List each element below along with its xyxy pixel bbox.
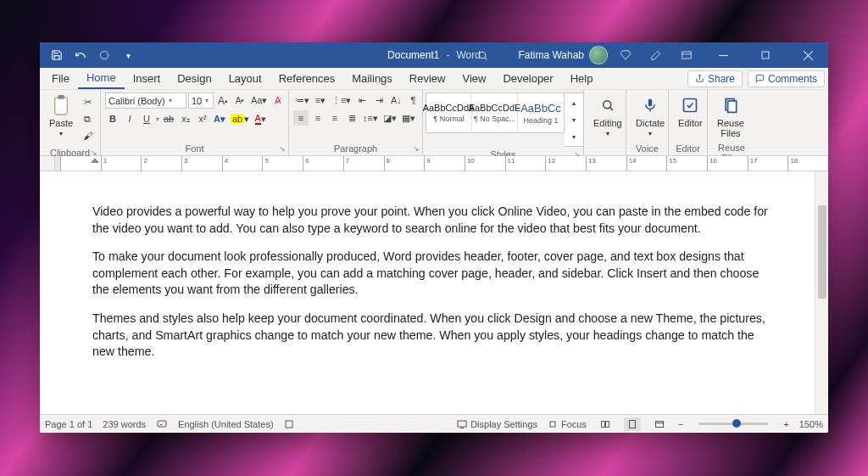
zoom-level[interactable]: 150%	[799, 419, 823, 429]
underline-button[interactable]: U	[139, 111, 154, 126]
maximize-button[interactable]	[747, 42, 784, 68]
decrease-indent-icon[interactable]: ⇤	[354, 92, 370, 108]
tab-references[interactable]: References	[270, 69, 343, 88]
subscript-button[interactable]: x₂	[178, 111, 193, 126]
style-normal[interactable]: AaBbCcDdE¶ Normal	[426, 93, 472, 132]
document-body[interactable]: Video provides a powerful way to help yo…	[40, 171, 828, 361]
strike-button[interactable]: ab	[161, 111, 176, 126]
search-icon[interactable]	[474, 46, 492, 64]
change-case-icon[interactable]: Aa▾	[249, 93, 269, 109]
paragraph[interactable]: Themes and styles also help keep your do…	[92, 311, 776, 361]
scrollbar-thumb[interactable]	[818, 205, 826, 299]
tab-home[interactable]: Home	[78, 68, 125, 89]
close-button[interactable]	[789, 42, 826, 68]
dialog-launcher-icon[interactable]: ↘	[413, 144, 420, 153]
paste-button[interactable]: Paste ▾	[44, 92, 78, 139]
styles-up-icon[interactable]: ▴	[566, 95, 581, 110]
zoom-in-button[interactable]: +	[783, 419, 788, 429]
shrink-font-icon[interactable]: A▾	[232, 93, 248, 109]
grow-font-icon[interactable]: A▴	[215, 93, 231, 109]
text-effects-icon[interactable]: A▾	[212, 111, 227, 126]
horizontal-ruler[interactable]: 123456789101112131415161718	[40, 156, 828, 171]
font-name-select[interactable]: Calibri (Body)▾	[105, 92, 186, 109]
group-label-editor: Editor	[669, 143, 707, 155]
read-mode-icon[interactable]	[597, 417, 614, 431]
spellcheck-icon[interactable]	[156, 419, 168, 429]
format-painter-icon[interactable]: 🖌	[80, 128, 95, 143]
dictate-button[interactable]: Dictate▾	[631, 92, 670, 139]
qat-customize-icon[interactable]: ▾	[118, 45, 138, 65]
display-settings-button[interactable]: Display Settings	[457, 419, 537, 429]
shading-icon[interactable]: ◪▾	[381, 110, 398, 126]
tab-layout[interactable]: Layout	[220, 69, 270, 88]
increase-indent-icon[interactable]: ⇥	[371, 92, 387, 108]
focus-button[interactable]: Focus	[548, 419, 587, 429]
copy-icon[interactable]: ⧉	[80, 111, 95, 126]
group-label-voice: Voice	[626, 143, 668, 155]
paragraph[interactable]: Video provides a powerful way to help yo…	[92, 204, 776, 237]
tab-design[interactable]: Design	[169, 69, 220, 88]
line-spacing-icon[interactable]: ↕≡▾	[361, 110, 380, 126]
style-nospacing[interactable]: AaBbCcDdE¶ No Spac...	[472, 93, 518, 132]
word-count[interactable]: 239 words	[103, 419, 146, 429]
group-editor: Editor Editor	[669, 90, 708, 155]
show-marks-icon[interactable]: ¶	[405, 92, 420, 108]
tab-review[interactable]: Review	[401, 69, 454, 88]
dialog-launcher-icon[interactable]: ↘	[279, 144, 286, 153]
superscript-button[interactable]: x²	[195, 111, 210, 126]
tab-view[interactable]: View	[453, 69, 494, 88]
paragraph[interactable]: To make your document look professionall…	[92, 249, 776, 299]
zoom-out-button[interactable]: −	[678, 419, 683, 429]
reuse-files-button[interactable]: Reuse Files	[712, 92, 749, 140]
italic-button[interactable]: I	[122, 111, 137, 126]
sort-icon[interactable]: A↓	[388, 92, 403, 108]
align-center-icon[interactable]: ≡	[310, 110, 326, 126]
borders-icon[interactable]: ▦▾	[400, 110, 417, 126]
tab-help[interactable]: Help	[562, 69, 602, 88]
vertical-scrollbar[interactable]	[815, 171, 828, 414]
avatar[interactable]	[589, 46, 608, 64]
ribbon-display-icon[interactable]	[674, 42, 699, 68]
font-size-select[interactable]: 10▾	[188, 92, 214, 109]
save-icon[interactable]	[47, 45, 67, 65]
styles-gallery[interactable]: AaBbCcDdE¶ Normal AaBbCcDdE¶ No Spac... …	[426, 92, 565, 133]
cut-icon[interactable]: ✂	[80, 94, 95, 109]
chevron-down-icon[interactable]: ▾	[156, 115, 159, 123]
diamond-icon[interactable]	[613, 42, 638, 68]
clear-format-icon[interactable]: A̷	[270, 93, 286, 109]
multilevel-icon[interactable]: ⋮≡▾	[330, 92, 353, 108]
font-color-icon[interactable]: A▾	[253, 111, 268, 126]
zoom-slider[interactable]	[698, 423, 768, 425]
wand-icon[interactable]	[643, 42, 669, 68]
share-button[interactable]: Share	[687, 70, 743, 87]
tab-insert[interactable]: Insert	[125, 69, 170, 88]
tab-file[interactable]: File	[43, 69, 78, 88]
language-indicator[interactable]: English (United States)	[178, 419, 274, 429]
group-styles: AaBbCcDdE¶ Normal AaBbCcDdE¶ No Spac... …	[423, 90, 584, 155]
align-right-icon[interactable]: ≡	[327, 110, 342, 126]
styles-down-icon[interactable]: ▾	[566, 112, 581, 127]
editor-button[interactable]: Editor	[673, 92, 708, 130]
highlight-icon[interactable]: ab▾	[229, 111, 251, 126]
bold-button[interactable]: B	[105, 111, 120, 126]
macro-icon[interactable]	[284, 419, 294, 429]
justify-icon[interactable]: ≣	[344, 110, 359, 126]
bullets-icon[interactable]: ≔▾	[293, 92, 311, 108]
tab-mailings[interactable]: Mailings	[343, 69, 401, 88]
align-left-icon[interactable]: ≡	[293, 110, 309, 126]
document-area[interactable]: Video provides a powerful way to help yo…	[40, 171, 828, 414]
tab-developer[interactable]: Developer	[494, 69, 561, 88]
styles-more-icon[interactable]: ▾	[566, 129, 581, 144]
group-voice: Dictate▾ Voice	[626, 90, 669, 155]
page-indicator[interactable]: Page 1 of 1	[45, 419, 92, 429]
undo-icon[interactable]	[70, 45, 91, 65]
redo-icon[interactable]	[94, 45, 114, 65]
minimize-button[interactable]	[704, 42, 742, 68]
quick-access-toolbar: ▾	[40, 45, 138, 65]
editing-button[interactable]: Editing▾	[588, 92, 627, 139]
web-layout-icon[interactable]	[651, 417, 668, 431]
print-layout-icon[interactable]	[624, 417, 641, 431]
style-heading1[interactable]: AaBbCcHeading 1	[518, 93, 564, 132]
numbering-icon[interactable]: ≡▾	[313, 92, 328, 108]
comments-button[interactable]: Comments	[748, 70, 825, 87]
